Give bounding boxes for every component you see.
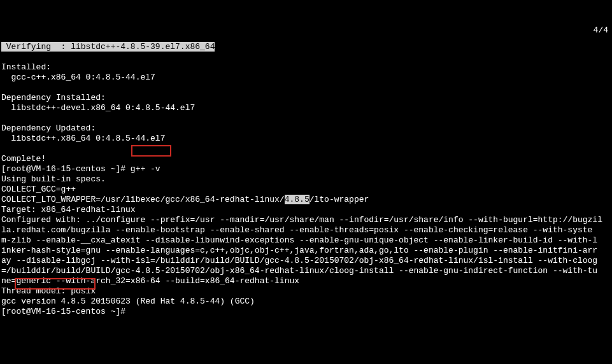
terminal-output[interactable]: Verifying : libstdc++-4.8.5-39.el7.x86_6… (0, 31, 612, 339)
gcc-version-mid: version 4.8.5 (16, 297, 90, 306)
specs-line: Using built-in specs. (1, 174, 106, 184)
gcc-version-pre: gcc (1, 297, 16, 306)
config-line: Configured with: ../configure --prefix=/… (1, 215, 602, 225)
verifying-line: Verifying : libstdc++-4.8.5-39.el7.x86_6… (1, 42, 215, 52)
shell-prompt: [root@VM-16-15-centos ~]# (1, 164, 125, 174)
highlight-box-version (15, 278, 96, 290)
config-line: m-zlib --enable-__cxa_atexit --disable-l… (1, 235, 597, 245)
progress-counter: 4/4 (594, 25, 608, 36)
dep-installed-pkg: libstdc++-devel.x86_64 0:4.8.5-44.el7 (1, 103, 195, 113)
highlight-box-command (131, 145, 171, 157)
command-text: g++ -v (125, 164, 160, 174)
complete-text: Complete! (1, 154, 46, 164)
config-line: ay --disable-libgcj --with-isl=/builddir… (1, 256, 597, 265)
dep-installed-header: Dependency Installed: (1, 93, 106, 102)
config-line: =/builddir/build/BUILD/gcc-4.8.5-2015070… (1, 266, 597, 276)
dep-updated-header: Dependency Updated: (1, 123, 96, 133)
wrapper-version: 4.8.5 (285, 195, 310, 204)
shell-prompt: [root@VM-16-15-centos ~]# (1, 307, 125, 316)
wrapper-pre: COLLECT_LTO_WRAPPER=/usr/libexec/gcc/x86… (1, 195, 285, 204)
dep-updated-pkg: libstdc++.x86_64 0:4.8.5-44.el7 (1, 134, 165, 143)
installed-header: Installed: (1, 62, 51, 72)
config-line: la.redhat.com/bugzilla --enable-bootstra… (1, 225, 592, 235)
config-line: inker-hash-style=gnu --enable-languages=… (1, 246, 597, 255)
installed-pkg: gcc-c++.x86_64 0:4.8.5-44.el7 (1, 73, 155, 82)
gcc-version-post: 20150623 (Red Hat 4.8.5-44) (GCC) (90, 297, 254, 306)
collect-gcc-line: COLLECT_GCC=g++ (1, 185, 76, 194)
target-line: Target: x86_64-redhat-linux (1, 205, 136, 214)
wrapper-post: /lto-wrapper (310, 195, 369, 204)
